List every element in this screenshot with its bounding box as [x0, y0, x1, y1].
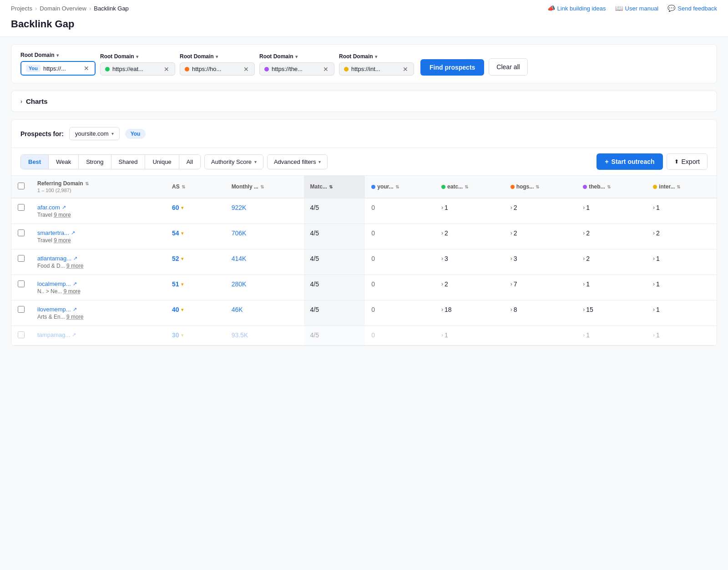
row-monthly-1: 706K [225, 224, 304, 249]
export-button[interactable]: ⬆ Export [667, 153, 708, 170]
close-domain-3[interactable]: ✕ [243, 66, 250, 72]
more-3[interactable]: 9 more [64, 288, 81, 295]
tab-best[interactable]: Best [21, 155, 49, 169]
domain-name-1: smartertra... [37, 229, 69, 236]
theb-value-5[interactable]: 1 [586, 331, 590, 339]
eatc-value-5[interactable]: 1 [445, 331, 448, 339]
close-domain-1[interactable]: ✕ [83, 65, 90, 71]
theb-value-4[interactable]: 15 [586, 306, 593, 313]
sort-hogs-icon[interactable]: ⇅ [536, 184, 539, 189]
as-value-4[interactable]: 40 [172, 306, 179, 313]
charts-toggle[interactable]: › Charts [20, 97, 708, 105]
theb-value-1[interactable]: 2 [586, 229, 590, 237]
monthly-value-1[interactable]: 706K [232, 229, 247, 237]
theb-value-0[interactable]: 1 [586, 204, 590, 211]
more-4[interactable]: 9 more [66, 314, 83, 320]
more-2[interactable]: 9 more [66, 263, 83, 269]
row-checkbox-3[interactable] [18, 280, 25, 287]
inter-value-1[interactable]: 2 [656, 229, 660, 237]
row-checkbox-5[interactable] [18, 331, 25, 338]
advanced-filters-filter[interactable]: Advanced filters ▾ [267, 154, 328, 169]
sort-yours-icon[interactable]: ⇅ [395, 184, 399, 189]
domain-link-2[interactable]: atlantamag... ↗ [37, 255, 159, 262]
sort-eatc-icon[interactable]: ⇅ [465, 184, 468, 189]
clear-all-button[interactable]: Clear all [489, 58, 527, 76]
top-nav: Projects › Domain Overview › Backlink Ga… [0, 0, 728, 37]
send-feedback-link[interactable]: 💬 Send feedback [667, 5, 717, 12]
eatc-value-2[interactable]: 3 [445, 255, 448, 262]
sort-referring-domain-icon[interactable]: ⇅ [85, 181, 89, 186]
find-prospects-button[interactable]: Find prospects [420, 59, 484, 76]
hogs-value-2[interactable]: 3 [514, 255, 517, 262]
breadcrumb-sep2: › [89, 5, 91, 12]
domain-link-1[interactable]: smartertra... ↗ [37, 229, 159, 236]
inter-value-3[interactable]: 1 [656, 280, 660, 288]
as-value-2[interactable]: 52 [172, 255, 179, 262]
as-value-5[interactable]: 30 [172, 331, 179, 339]
row-checkbox-0[interactable] [18, 204, 25, 211]
eatc-value-1[interactable]: 2 [445, 229, 448, 237]
eatc-value-4[interactable]: 18 [445, 306, 452, 313]
as-value-0[interactable]: 60 [172, 204, 179, 211]
eatc-value-0[interactable]: 1 [445, 204, 448, 211]
sort-theb-icon[interactable]: ⇅ [607, 184, 611, 189]
start-outreach-button[interactable]: + Start outreach [597, 153, 662, 170]
inter-value-5[interactable]: 1 [656, 331, 660, 339]
domain-label-1[interactable]: Root Domain ▾ [20, 52, 96, 58]
eatc-value-3[interactable]: 2 [445, 280, 448, 288]
trend-icon-3: ▾ [181, 281, 184, 287]
theb-value-2[interactable]: 2 [586, 255, 590, 262]
monthly-value-2[interactable]: 414K [232, 255, 247, 262]
inter-value-0[interactable]: 1 [656, 204, 660, 211]
more-1[interactable]: 9 more [54, 237, 71, 244]
domain-link-3[interactable]: localmemp... ↗ [37, 280, 159, 287]
arrow-inter-2: › [653, 255, 655, 262]
select-all-checkbox[interactable] [18, 183, 25, 189]
sort-match-icon[interactable]: ⇅ [329, 184, 333, 189]
row-match-4: 4/5 [304, 300, 365, 326]
tab-all[interactable]: All [179, 155, 200, 169]
row-checkbox-4[interactable] [18, 306, 25, 313]
monthly-value-5[interactable]: 93.5K [232, 331, 248, 339]
domain-label-2[interactable]: Root Domain ▾ [100, 53, 175, 60]
close-domain-4[interactable]: ✕ [322, 66, 329, 72]
monthly-value-4[interactable]: 46K [232, 306, 243, 313]
tab-shared[interactable]: Shared [111, 155, 146, 169]
breadcrumb-projects[interactable]: Projects [11, 5, 32, 12]
sort-monthly-icon[interactable]: ⇅ [260, 184, 264, 189]
breadcrumb-domain-overview[interactable]: Domain Overview [40, 5, 86, 12]
close-domain-2[interactable]: ✕ [163, 66, 170, 72]
hogs-value-4[interactable]: 8 [514, 306, 517, 313]
hogs-value-0[interactable]: 2 [514, 204, 517, 211]
domain-label-5[interactable]: Root Domain ▾ [339, 53, 414, 60]
link-building-ideas-link[interactable]: 📣 Link building ideas [547, 5, 606, 12]
authority-score-filter[interactable]: Authority Score ▾ [204, 154, 263, 169]
tab-unique[interactable]: Unique [145, 155, 179, 169]
monthly-value-0[interactable]: 922K [232, 204, 247, 211]
sort-as-icon[interactable]: ⇅ [182, 184, 185, 189]
domain-label-4[interactable]: Root Domain ▾ [259, 53, 334, 60]
domain-label-3[interactable]: Root Domain ▾ [180, 53, 255, 60]
theb-value-3[interactable]: 1 [586, 280, 590, 288]
domain-link-0[interactable]: afar.com ↗ [37, 204, 159, 211]
inter-value-4[interactable]: 1 [656, 306, 660, 313]
domain-link-4[interactable]: ilovememp... ↗ [37, 306, 159, 313]
arrow-hogs-4: › [511, 306, 512, 313]
sort-inter-icon[interactable]: ⇅ [677, 184, 680, 189]
as-value-3[interactable]: 51 [172, 280, 179, 288]
more-0[interactable]: 9 more [54, 212, 71, 218]
hogs-value-1[interactable]: 2 [514, 229, 517, 237]
as-value-1[interactable]: 54 [172, 229, 179, 237]
user-manual-link[interactable]: 📖 User manual [615, 5, 659, 12]
tab-weak[interactable]: Weak [49, 155, 79, 169]
site-selector[interactable]: yoursite.com ▾ [69, 127, 120, 140]
domain-link-5[interactable]: tampamag... ↗ [37, 331, 159, 338]
tab-strong[interactable]: Strong [79, 155, 111, 169]
inter-value-2[interactable]: 1 [656, 255, 660, 262]
monthly-value-3[interactable]: 280K [232, 280, 247, 288]
row-checkbox-2[interactable] [18, 255, 25, 262]
row-check-1 [11, 224, 31, 249]
hogs-value-3[interactable]: 7 [514, 280, 517, 288]
row-checkbox-1[interactable] [18, 229, 25, 236]
close-domain-5[interactable]: ✕ [402, 66, 409, 72]
